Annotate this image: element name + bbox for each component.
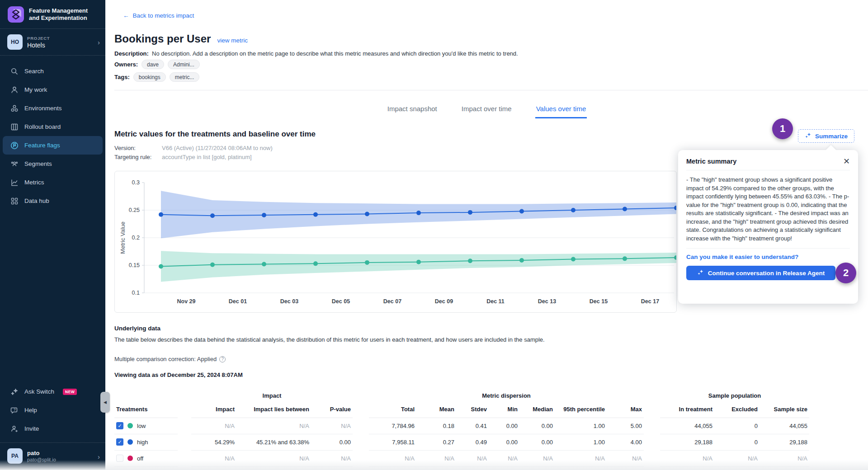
popup-body: - The "high" treatment group shows a sig… — [686, 176, 850, 249]
sidebar-item-data-hub[interactable]: Data hub — [3, 192, 103, 210]
table-column-header: Impact lies between — [236, 401, 311, 418]
tab-impact-over-time[interactable]: Impact over time — [461, 101, 513, 118]
user-name: pato — [27, 450, 56, 456]
project-label: PROJECT — [27, 36, 50, 41]
new-badge: NEW — [63, 389, 77, 395]
table-cell: N/A — [760, 450, 809, 466]
table-cell: N/A — [236, 418, 311, 434]
data-point-high — [365, 212, 369, 216]
user-email: pato@split.io — [27, 457, 56, 462]
data-point-low — [519, 258, 524, 263]
data-point-low — [468, 258, 472, 263]
table-group-header — [644, 390, 660, 401]
tab-values-over-time[interactable]: Values over time — [535, 101, 587, 118]
svg-text:Dec 01: Dec 01 — [229, 298, 247, 305]
sidebar-collapse-handle[interactable]: ◀ — [100, 392, 110, 413]
version-row: Version: V66 (Active) (11/27/2024 08:06A… — [114, 145, 273, 151]
sparkle-icon — [697, 269, 704, 277]
sidebar-item-search[interactable]: Search — [3, 62, 103, 80]
table-cell: N/A — [236, 450, 311, 466]
treatment-checkbox[interactable]: ✓ — [116, 422, 123, 429]
svg-text:Dec 15: Dec 15 — [590, 298, 608, 305]
table-group-header — [114, 390, 191, 401]
sidebar-item-label: My work — [24, 86, 47, 93]
sidebar-item-label: Metrics — [24, 179, 44, 186]
popup-question-link[interactable]: Can you make it easier to understand? — [686, 254, 850, 260]
sidebar-item-environments[interactable]: Environments — [3, 99, 103, 118]
person-add-icon — [10, 424, 19, 433]
view-metric-link[interactable]: view metric — [217, 37, 248, 44]
sidebar-item-metrics[interactable]: Metrics — [3, 173, 103, 192]
continue-conversation-button[interactable]: Continue conversation in Release Agent — [686, 266, 835, 280]
table-cell: N/A — [555, 450, 607, 466]
table-cell: 29,188 — [660, 434, 714, 450]
table-cell: N/A — [311, 418, 353, 434]
data-point-high — [623, 207, 627, 212]
table-row-low: ✓lowN/AN/AN/A7,784.960.180.410.000.001.0… — [114, 418, 809, 434]
sidebar-item-invite[interactable]: Invite — [3, 419, 103, 438]
svg-text:Dec 07: Dec 07 — [383, 298, 401, 305]
data-point-low — [159, 264, 163, 268]
table-column-header: Treatments — [114, 401, 178, 418]
table-group-header: Impact — [191, 390, 353, 401]
project-selector[interactable]: HO PROJECT Hotels › — [0, 29, 105, 55]
table-cell: N/A — [519, 450, 555, 466]
table-cell: 0.41 — [456, 418, 489, 434]
table-cell: N/A — [660, 450, 714, 466]
sidebar-item-label: Environments — [24, 105, 62, 112]
treatment-checkbox[interactable]: ✓ — [116, 438, 123, 446]
table-cell: 0.27 — [416, 434, 456, 450]
chevron-right-icon: › — [98, 38, 100, 46]
multiple-comparison-row: Multiple comparison correction: Applied … — [114, 356, 226, 362]
table-cell: N/A — [311, 450, 353, 466]
treatment-checkbox[interactable] — [116, 455, 123, 462]
sidebar-item-feature-flags[interactable]: Feature flags — [3, 136, 103, 155]
table-column-header: Mean — [416, 401, 456, 418]
person-icon — [10, 85, 19, 94]
svg-text:0.2: 0.2 — [132, 235, 140, 241]
product-name: Feature Management and Experimentation — [29, 7, 88, 22]
tab-bar: Impact snapshot Impact over time Values … — [105, 101, 868, 118]
sidebar-item-help[interactable]: ? Help — [3, 401, 103, 419]
data-point-low — [365, 260, 369, 265]
back-link[interactable]: ← Back to metrics impact — [123, 12, 194, 19]
table-cell: 29,188 — [760, 434, 809, 450]
sidebar-item-rollout-board[interactable]: Rollout board — [3, 118, 103, 136]
line-chart-icon — [10, 178, 19, 187]
table-row-off: offN/AN/AN/AN/AN/AN/AN/AN/AN/AN/AN/AN/AN… — [114, 450, 809, 466]
page-title: Bookings per User — [114, 33, 211, 45]
sidebar-item-ask-switch[interactable]: Ask Switch NEW — [3, 382, 103, 401]
owner-chip: dave — [142, 60, 164, 69]
table-cell: 4.00 — [607, 434, 644, 450]
svg-text:0.15: 0.15 — [129, 262, 140, 268]
svg-text:Dec 09: Dec 09 — [435, 298, 453, 305]
summarize-button[interactable]: Summarize — [798, 129, 854, 143]
sidebar-item-label: Ask Switch — [24, 388, 54, 395]
table-cell: 0.00 — [489, 434, 519, 450]
close-icon[interactable]: ✕ — [843, 157, 850, 165]
user-profile[interactable]: PA pato pato@split.io › — [0, 443, 105, 470]
table-column-header: Excluded — [714, 401, 760, 418]
search-icon — [10, 67, 19, 75]
treatment-name: low — [137, 423, 146, 429]
info-icon[interactable]: ? — [219, 356, 226, 362]
table-column-header: 95th percentile — [555, 401, 607, 418]
svg-text:Dec 03: Dec 03 — [280, 298, 298, 305]
table-cell: 45.21% and 63.38% — [236, 434, 311, 450]
treatment-name: high — [137, 439, 148, 446]
data-point-high — [313, 212, 318, 217]
board-icon — [10, 122, 19, 131]
table-cell: N/A — [191, 450, 236, 466]
sidebar-item-label: Rollout board — [24, 123, 61, 130]
table-cell: 0.00 — [519, 434, 555, 450]
table-cell: 1.00 — [555, 418, 607, 434]
svg-text:Dec 17: Dec 17 — [641, 298, 659, 305]
underlying-data-description: The table below describes the data behin… — [114, 336, 545, 343]
sidebar-item-segments[interactable]: Segments — [3, 155, 103, 173]
table-cell: 0.00 — [311, 434, 353, 450]
annotation-step-2: 2 — [835, 263, 856, 283]
table-column-header: In treatment — [660, 401, 714, 418]
table-cell: 44,055 — [760, 418, 809, 434]
tab-impact-snapshot[interactable]: Impact snapshot — [387, 101, 438, 118]
sidebar-item-my-work[interactable]: My work — [3, 80, 103, 99]
